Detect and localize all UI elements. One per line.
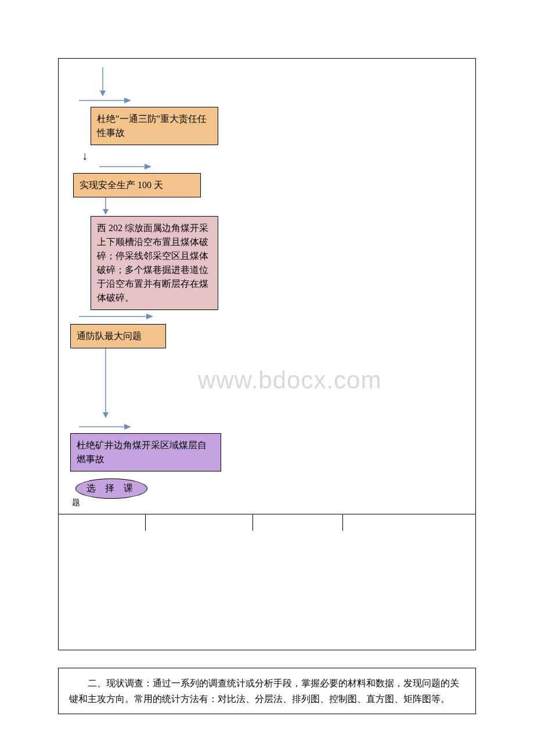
flowchart-box-description: 西 202 综放面属边角煤开采上下顺槽沿空布置且煤体破碎；停采线邻采空区且煤体破… [91,216,218,310]
flowchart-box-topic-result: 杜绝矿井边角煤开采区域煤层自燃事故 [70,433,221,471]
arrow-down-icon [102,197,467,215]
flowchart-oval-topic: 选 择 课 [75,478,147,499]
svg-marker-3 [124,98,131,103]
svg-marker-7 [103,209,109,215]
svg-marker-11 [103,412,109,418]
arrow-right-icon [79,96,467,105]
arrow-down-black-icon: ↓ [82,150,467,161]
arrow-down-icon [102,348,467,418]
flowchart-box-safety: 实现安全生产 100 天 [73,173,201,197]
svg-marker-5 [145,164,151,170]
flowchart-box-accident: 杜绝"一通三防"重大责任任性事故 [91,107,218,145]
section-two-container: 二、现状调查：通过一系列的调查统计或分析手段，掌握必要的材料和数据，发现问题的关… [58,668,476,714]
arrow-right-icon [79,312,467,321]
arrow-right-icon [79,423,467,431]
bottom-cell [59,514,146,531]
arrow-right-icon [99,163,467,171]
bottom-cell [253,514,343,531]
bottom-cell [146,514,253,531]
bottom-table-row [59,514,475,531]
flowchart-oval-sub: 题 [72,498,467,508]
flowchart-container: www.bdocx.com 杜绝"一通三防"重大责任任性事故 ↓ 实现安全生产 … [58,58,476,650]
svg-marker-13 [124,424,131,430]
flowchart-box-problem: 通防队最大问题 [70,324,166,348]
section-two-text: 二、现状调查：通过一系列的调查统计或分析手段，掌握必要的材料和数据，发现问题的关… [69,675,465,707]
svg-marker-9 [146,314,153,319]
bottom-cell [343,514,475,531]
svg-marker-1 [100,91,106,96]
arrow-down-icon [99,67,467,96]
